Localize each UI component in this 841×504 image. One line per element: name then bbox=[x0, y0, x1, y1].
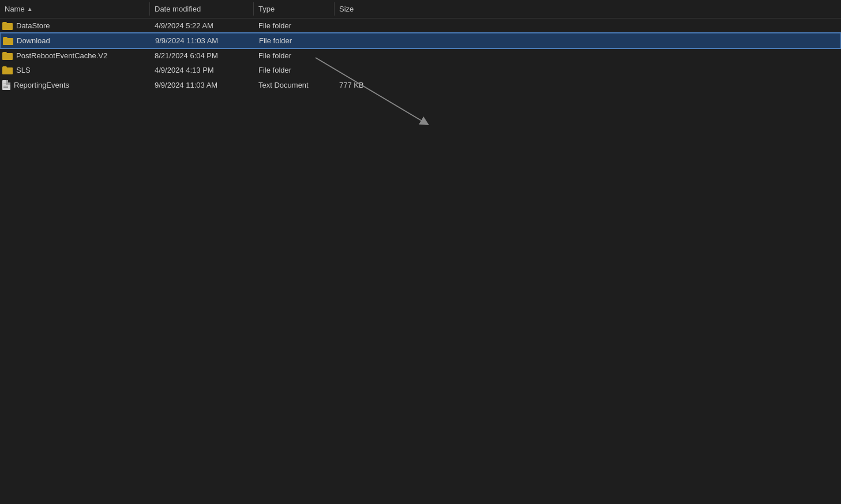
folder-icon bbox=[2, 52, 13, 60]
file-name-cell: ReportingEvents bbox=[0, 78, 150, 92]
file-size bbox=[335, 39, 393, 43]
file-explorer: Name ▲ Date modified Type Size DataStore… bbox=[0, 0, 841, 504]
file-type: File folder bbox=[254, 20, 335, 32]
folder-icon bbox=[3, 37, 13, 45]
header-type[interactable]: Type bbox=[254, 2, 335, 16]
file-type: File folder bbox=[254, 64, 335, 76]
file-name: DataStore bbox=[16, 21, 50, 30]
file-name-cell: Download bbox=[1, 35, 151, 47]
file-date: 4/9/2024 4:13 PM bbox=[150, 64, 254, 76]
file-name-cell: PostRebootEventCache.V2 bbox=[0, 50, 150, 62]
table-header: Name ▲ Date modified Type Size bbox=[0, 0, 841, 18]
sort-asc-icon: ▲ bbox=[27, 6, 33, 12]
header-name[interactable]: Name ▲ bbox=[0, 2, 150, 16]
table-row[interactable]: PostRebootEventCache.V2 8/21/2024 6:04 P… bbox=[0, 48, 841, 63]
file-date: 8/21/2024 6:04 PM bbox=[150, 50, 254, 62]
file-type: Text Document bbox=[254, 79, 335, 91]
header-date-modified[interactable]: Date modified bbox=[150, 2, 254, 16]
file-name: SLS bbox=[16, 66, 31, 74]
file-date: 9/9/2024 11:03 AM bbox=[150, 79, 254, 91]
header-size-label: Size bbox=[339, 5, 354, 13]
file-name: PostRebootEventCache.V2 bbox=[16, 51, 107, 60]
table-row[interactable]: Download 9/9/2024 11:03 AM File folder bbox=[0, 33, 841, 48]
file-list: DataStore 4/9/2024 5:22 AM File folder D… bbox=[0, 18, 841, 93]
header-type-label: Type bbox=[258, 5, 275, 13]
file-size: 777 KB bbox=[335, 79, 392, 91]
file-size bbox=[335, 69, 392, 72]
file-size bbox=[335, 24, 392, 28]
header-date-label: Date modified bbox=[155, 5, 201, 13]
file-type: File folder bbox=[254, 50, 335, 62]
folder-icon bbox=[2, 22, 13, 30]
table-row[interactable]: DataStore 4/9/2024 5:22 AM File folder bbox=[0, 18, 841, 33]
file-date: 9/9/2024 11:03 AM bbox=[151, 35, 254, 47]
header-name-label: Name bbox=[5, 5, 25, 13]
file-date: 4/9/2024 5:22 AM bbox=[150, 20, 254, 32]
folder-icon bbox=[2, 66, 13, 74]
header-size[interactable]: Size bbox=[335, 2, 392, 16]
file-name: Download bbox=[17, 36, 50, 45]
file-name-cell: SLS bbox=[0, 64, 150, 76]
file-name: ReportingEvents bbox=[14, 81, 69, 89]
file-name-cell: DataStore bbox=[0, 20, 150, 32]
table-row[interactable]: SLS 4/9/2024 4:13 PM File folder bbox=[0, 63, 841, 77]
table-row[interactable]: ReportingEvents 9/9/2024 11:03 AM Text D… bbox=[0, 77, 841, 93]
document-icon bbox=[2, 80, 10, 90]
file-type: File folder bbox=[254, 35, 335, 47]
file-size bbox=[335, 54, 392, 58]
